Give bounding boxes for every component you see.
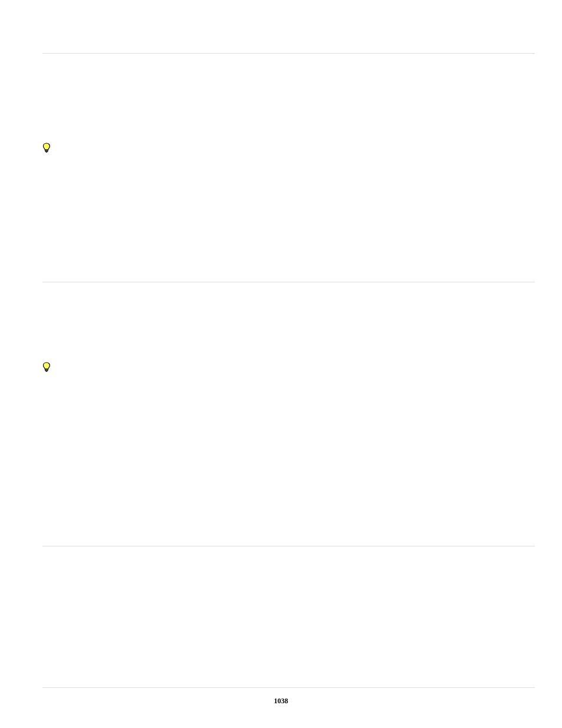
horizontal-rule [42,687,535,688]
horizontal-rule [42,282,535,282]
horizontal-rule [42,53,535,54]
horizontal-rule [42,546,535,546]
svg-rect-0 [45,150,48,151]
lightbulb-icon [42,362,51,373]
page-number: 1038 [274,697,288,706]
document-page: 1038 [0,0,562,728]
lightbulb-icon [42,143,51,153]
